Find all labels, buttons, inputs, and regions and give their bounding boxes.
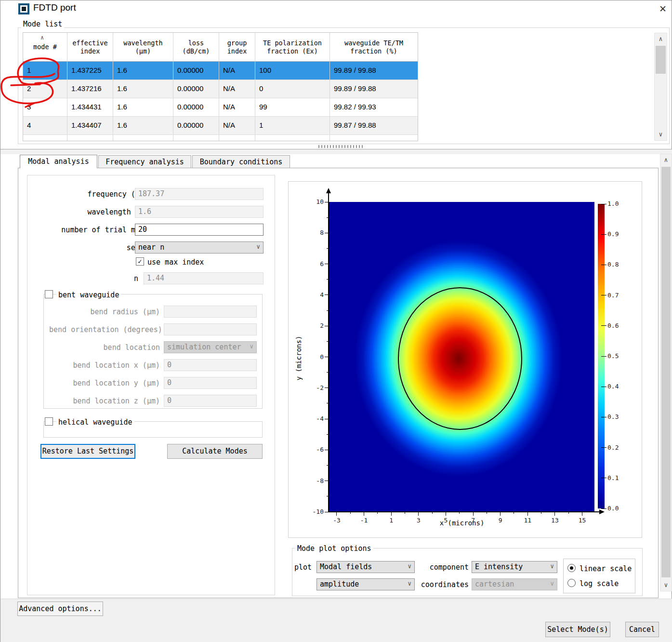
bent-waveguide-label: bent waveguide: [56, 291, 121, 299]
table-cell[interactable]: 1: [23, 62, 67, 80]
x-tick: [391, 512, 392, 516]
restore-last-settings-button[interactable]: Restore Last Settings: [40, 444, 135, 459]
mode-intensity-plot: [329, 202, 594, 512]
tab-boundary-conditions[interactable]: Boundary conditions: [192, 155, 290, 168]
y-minor-tick: [327, 496, 329, 496]
table-row[interactable]: 31.4344311.60.00000N/A9999.82 / 99.93: [23, 98, 418, 117]
scrollbar-thumb[interactable]: [656, 46, 666, 74]
scroll-up-icon[interactable]: ∧: [655, 33, 667, 45]
column-header[interactable]: waveguide TE/TM fraction (%): [330, 33, 418, 62]
bend-radius-field: [164, 306, 257, 318]
panel-scroll-down-icon[interactable]: ∨: [660, 579, 672, 591]
table-row[interactable]: 41.4344071.60.00000N/A199.87 / 99.88: [23, 117, 418, 135]
table-cell[interactable]: N/A: [219, 98, 255, 117]
mode-list-scrollbar[interactable]: ∧ ∨: [654, 33, 667, 141]
column-header[interactable]: mode #∧: [23, 33, 67, 62]
colorbar-tick-label: 0.8: [607, 261, 619, 268]
log-scale-radio[interactable]: [567, 579, 576, 587]
table-cell[interactable]: 99: [255, 98, 330, 117]
bent-waveguide-checkbox[interactable]: [45, 290, 53, 298]
table-cell[interactable]: 1.434407: [67, 117, 113, 135]
table-cell[interactable]: 1.6: [113, 62, 173, 80]
table-cell[interactable]: 4: [23, 117, 67, 135]
helical-waveguide-label: helical waveguide: [56, 418, 134, 427]
panel-scrollbar[interactable]: ∧ ∨: [660, 154, 672, 591]
table-cell[interactable]: N/A: [219, 80, 255, 98]
table-cell[interactable]: [219, 135, 255, 141]
x-tick: [554, 512, 555, 516]
y-axis-line: [328, 193, 329, 512]
table-cell[interactable]: 99.89 / 99.88: [330, 62, 418, 80]
column-header[interactable]: effective index: [67, 33, 113, 62]
x-tick: [527, 512, 528, 516]
panel-scrollbar-thumb[interactable]: [661, 167, 671, 577]
column-header[interactable]: wavelength (μm): [113, 33, 173, 62]
table-cell[interactable]: 1.437216: [67, 80, 113, 98]
bend-location-value: simulation center: [167, 343, 241, 351]
column-header[interactable]: TE polarization fraction (Ex): [255, 33, 330, 62]
column-header[interactable]: group index: [219, 33, 255, 62]
table-cell[interactable]: 1: [255, 117, 330, 135]
tab-frequency-analysis[interactable]: Frequency analysis: [98, 155, 191, 168]
table-cell[interactable]: 0.00000: [173, 62, 219, 80]
x-tick: [364, 512, 364, 516]
table-cell[interactable]: [330, 135, 418, 141]
splitter-grip[interactable]: [318, 145, 363, 148]
table-cell[interactable]: 0.00000: [173, 117, 219, 135]
y-minor-tick: [327, 217, 329, 218]
table-cell[interactable]: 100: [255, 62, 330, 80]
table-cell[interactable]: 1.434431: [67, 98, 113, 117]
colorbar-tick: [601, 325, 606, 326]
table-cell[interactable]: 0: [255, 80, 330, 98]
mode-list-table: mode #∧effective indexwavelength (μm)los…: [23, 32, 418, 141]
x-minor-tick: [514, 512, 514, 514]
table-cell[interactable]: 1.437225: [67, 62, 113, 80]
table-cell[interactable]: 0.00000: [173, 80, 219, 98]
table-cell[interactable]: N/A: [219, 62, 255, 80]
close-icon[interactable]: ✕: [656, 2, 670, 16]
table-cell[interactable]: 2: [23, 80, 67, 98]
table-cell[interactable]: [67, 135, 113, 141]
table-cell[interactable]: 99.87 / 99.88: [330, 117, 418, 135]
calculate-modes-button[interactable]: Calculate Modes: [167, 444, 263, 459]
table-cell[interactable]: 3: [23, 98, 67, 117]
cancel-button[interactable]: Cancel: [625, 622, 659, 637]
trial-modes-input[interactable]: 20: [135, 224, 264, 236]
mode-plot-panel: y (microns) x (microns) 1086420-2-4-6-8-…: [288, 181, 642, 538]
table-cell[interactable]: 99.82 / 99.93: [330, 98, 418, 117]
tab-modal-analysis[interactable]: Modal analysis: [20, 155, 97, 168]
component-dropdown[interactable]: E intensity ∨: [472, 561, 557, 573]
table-cell[interactable]: [173, 135, 219, 141]
helical-waveguide-checkbox[interactable]: [45, 417, 53, 426]
select-modes-button[interactable]: Select Mode(s): [545, 622, 610, 637]
table-cell[interactable]: 0.00000: [173, 98, 219, 117]
linear-scale-radio[interactable]: [567, 564, 576, 572]
plot-type-dropdown[interactable]: Modal fields ∨: [316, 561, 415, 573]
x-axis-arrow: [599, 509, 605, 514]
colorbar-tick-label: 0.9: [607, 230, 619, 238]
panel-scroll-up-icon[interactable]: ∧: [660, 154, 672, 166]
colorbar-tick: [601, 204, 606, 204]
table-cell[interactable]: N/A: [219, 117, 255, 135]
table-cell[interactable]: 1.6: [113, 80, 173, 98]
table-cell[interactable]: 99.89 / 99.88: [330, 80, 418, 98]
table-row[interactable]: [23, 135, 418, 141]
table-cell[interactable]: 1.6: [113, 98, 173, 117]
table-cell[interactable]: [255, 135, 330, 141]
splitter-band: [0, 149, 672, 154]
table-cell[interactable]: 1.6: [113, 117, 173, 135]
table-row[interactable]: 11.4372251.60.00000N/A10099.89 / 99.88: [23, 62, 418, 80]
amplitude-dropdown[interactable]: amplitude ∨: [316, 578, 415, 590]
window-title: FDTD port: [33, 2, 76, 13]
search-dropdown[interactable]: near n ∨: [135, 241, 264, 254]
column-header[interactable]: loss (dB/cm): [173, 33, 219, 62]
table-cell[interactable]: [23, 135, 67, 141]
scroll-down-icon[interactable]: ∨: [655, 129, 667, 140]
table-row[interactable]: 21.4372161.60.00000N/A099.89 / 99.88: [23, 80, 418, 98]
chevron-down-icon: ∨: [256, 243, 260, 250]
advanced-options-button[interactable]: Advanced options...: [17, 602, 103, 616]
chevron-down-icon: ∨: [250, 343, 253, 350]
x-tick: [446, 512, 446, 516]
table-cell[interactable]: [113, 135, 173, 141]
use-max-index-checkbox[interactable]: ✓: [136, 257, 144, 266]
